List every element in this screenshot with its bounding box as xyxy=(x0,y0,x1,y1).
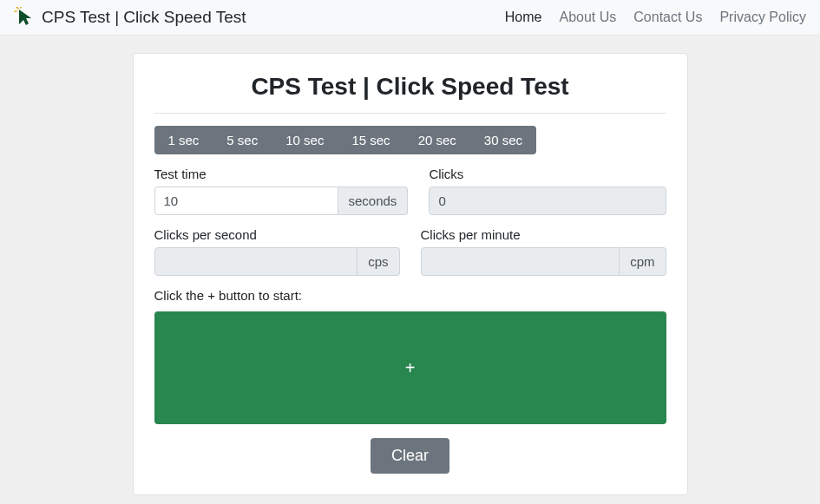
duration-tabs: 1 sec 5 sec 10 sec 15 sec 20 sec 30 sec xyxy=(154,126,537,154)
tab-20sec[interactable]: 20 sec xyxy=(404,126,470,154)
clear-button[interactable]: Clear xyxy=(371,438,449,474)
cursor-logo-icon xyxy=(14,7,35,28)
label-cps: Clicks per second xyxy=(154,227,400,242)
svg-line-0 xyxy=(16,7,18,9)
navbar: CPS Test | Click Speed Test Home About U… xyxy=(0,0,820,36)
tab-1sec[interactable]: 1 sec xyxy=(154,126,213,154)
row-time-clicks: Test time seconds Clicks xyxy=(154,167,666,215)
click-area-button[interactable]: + xyxy=(154,311,666,424)
instruction-text: Click the + button to start: xyxy=(154,288,666,303)
label-cpm: Clicks per minute xyxy=(421,227,666,242)
nav-home[interactable]: Home xyxy=(505,10,542,25)
brand[interactable]: CPS Test | Click Speed Test xyxy=(14,7,246,28)
page-title: CPS Test | Click Speed Test xyxy=(154,68,666,113)
addon-seconds: seconds xyxy=(338,187,409,215)
tab-5sec[interactable]: 5 sec xyxy=(213,126,272,154)
divider xyxy=(154,113,666,114)
tab-10sec[interactable]: 10 sec xyxy=(272,126,338,154)
nav-links: Home About Us Contact Us Privacy Policy xyxy=(505,10,806,25)
field-cps: Clicks per second cps xyxy=(154,227,400,276)
field-cpm: Clicks per minute cpm xyxy=(421,227,666,276)
main-card: CPS Test | Click Speed Test 1 sec 5 sec … xyxy=(133,53,688,495)
nav-privacy[interactable]: Privacy Policy xyxy=(719,10,806,25)
input-group-clicks xyxy=(429,187,666,215)
nav-contact[interactable]: Contact Us xyxy=(633,10,702,25)
test-time-input[interactable] xyxy=(154,187,338,215)
field-test-time: Test time seconds xyxy=(154,167,409,215)
clicks-input xyxy=(429,187,666,215)
field-clicks: Clicks xyxy=(429,167,666,215)
input-group-test-time: seconds xyxy=(154,187,409,215)
cps-input xyxy=(154,247,358,276)
label-clicks: Clicks xyxy=(429,167,666,181)
row-cps-cpm: Clicks per second cps Clicks per minute … xyxy=(154,227,666,276)
input-group-cpm: cpm xyxy=(421,247,666,276)
brand-text: CPS Test | Click Speed Test xyxy=(42,8,246,27)
tab-30sec[interactable]: 30 sec xyxy=(470,126,536,154)
addon-cpm: cpm xyxy=(620,247,666,276)
addon-cps: cps xyxy=(358,247,399,276)
tab-15sec[interactable]: 15 sec xyxy=(338,126,403,154)
label-test-time: Test time xyxy=(154,167,409,181)
input-group-cps: cps xyxy=(154,247,400,276)
nav-about[interactable]: About Us xyxy=(559,10,616,25)
cpm-input xyxy=(421,247,620,276)
